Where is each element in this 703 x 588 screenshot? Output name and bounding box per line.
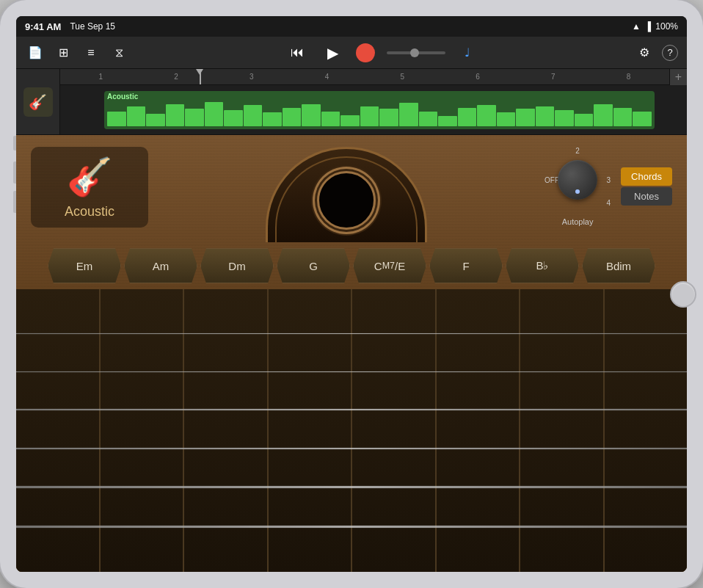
- chord-buttons-row: Em Am Dm G CM7/E F B♭ Bdim: [16, 242, 687, 289]
- mixer-button[interactable]: ⧖: [109, 43, 129, 63]
- waveform-bar: [536, 106, 555, 126]
- status-time: 9:41 AM: [25, 21, 61, 32]
- chord-button-dm[interactable]: Dm: [200, 248, 274, 283]
- new-document-button[interactable]: 📄: [25, 43, 45, 63]
- waveform-bar: [477, 105, 496, 126]
- chord-button-g[interactable]: G: [277, 248, 350, 283]
- instrument-name: Acoustic: [65, 204, 114, 219]
- clip-title: Acoustic: [107, 92, 652, 101]
- ipad-frame: 9:41 AM Tue Sep 15 ▲ ▐ 100% 📄 ⊞ ≡: [0, 0, 703, 588]
- ruler-mark-3: 3: [214, 73, 290, 81]
- ruler-mark-4: 4: [289, 73, 365, 81]
- toolbar-left: 📄 ⊞ ≡ ⧖: [25, 43, 129, 63]
- dial-label-4: 4: [607, 199, 611, 207]
- help-button[interactable]: ?: [662, 45, 678, 61]
- chord-button-f[interactable]: F: [429, 248, 503, 283]
- string-4[interactable]: [16, 448, 687, 449]
- waveform-bar: [107, 112, 126, 126]
- waveform-bar: [575, 114, 594, 126]
- status-right: ▲ ▐ 100%: [632, 21, 678, 32]
- string-3[interactable]: [16, 409, 687, 410]
- settings-button[interactable]: ⚙: [634, 43, 655, 63]
- mixer-icon: ⧖: [115, 46, 123, 59]
- guitar-panel-top: 🎸 Acoustic: [16, 135, 687, 242]
- transport-slider[interactable]: [387, 51, 445, 54]
- toolbar: 📄 ⊞ ≡ ⧖ ⏮ ▶: [16, 37, 687, 69]
- chord-button-em[interactable]: Em: [48, 248, 121, 283]
- waveform-bar: [379, 109, 398, 126]
- instrument-area: 🎸 Acoustic: [16, 135, 687, 572]
- instrument-icon: 🎸: [67, 156, 112, 198]
- waveform-bar: [497, 112, 516, 126]
- status-bar: 9:41 AM Tue Sep 15 ▲ ▐ 100%: [16, 16, 687, 37]
- waveform-bar: [321, 112, 340, 126]
- autoplay-knob[interactable]: [558, 160, 597, 200]
- playhead-triangle: [196, 69, 203, 75]
- chord-button-bdim[interactable]: Bdim: [582, 248, 655, 283]
- status-date: Tue Sep 15: [70, 21, 115, 32]
- guitar-icon: 🎸: [29, 93, 47, 111]
- waveform-bar: [283, 108, 302, 126]
- rewind-button[interactable]: ⏮: [285, 41, 309, 65]
- dial-label-off: OFF: [544, 176, 559, 184]
- audio-clip[interactable]: Acoustic: [104, 91, 655, 129]
- notes-button[interactable]: Notes: [621, 187, 672, 206]
- knob-indicator: [575, 189, 580, 194]
- ruler-mark-5: 5: [365, 73, 440, 81]
- chord-button-bb[interactable]: B♭: [506, 248, 579, 283]
- string-2[interactable]: [16, 371, 687, 372]
- track-clips-row: Acoustic: [60, 85, 669, 134]
- ruler-playhead: [200, 69, 201, 84]
- view-options-button[interactable]: ⊞: [53, 43, 73, 63]
- ruler-mark-6: 6: [440, 73, 516, 81]
- help-icon: ?: [667, 47, 672, 58]
- add-track-button[interactable]: +: [669, 69, 687, 85]
- waveform-bar: [244, 105, 263, 126]
- clip-waveform: [107, 101, 652, 128]
- controls-section: 2 3 4 OFF Autoplay: [544, 147, 672, 226]
- dial-label-3: 3: [607, 176, 611, 184]
- record-button[interactable]: [356, 43, 375, 62]
- soundhole-wrapper: [266, 147, 427, 242]
- guitar-body: [266, 147, 427, 242]
- chord-button-am[interactable]: Am: [124, 248, 197, 283]
- string-1[interactable]: [16, 333, 687, 334]
- list-view-button[interactable]: ≡: [81, 43, 101, 63]
- instrument-selector[interactable]: 🎸 Acoustic: [31, 147, 148, 228]
- waveform-bar: [205, 102, 224, 126]
- timeline-ruler: 1 2 3 4 5 6 7 8: [60, 69, 669, 85]
- chord-button-cm7e[interactable]: CM7/E: [353, 248, 426, 283]
- track-icon[interactable]: 🎸: [23, 87, 53, 117]
- waveform-bar: [360, 106, 379, 126]
- metronome-button[interactable]: ♩: [457, 43, 478, 63]
- waveform-bar: [613, 108, 633, 126]
- autoplay-dial[interactable]: 2 3 4 OFF: [544, 147, 611, 213]
- waveform-bar: [458, 108, 477, 126]
- autoplay-label: Autoplay: [562, 217, 594, 226]
- rewind-icon: ⏮: [291, 45, 304, 60]
- toolbar-center: ⏮ ▶ ♩: [138, 41, 625, 65]
- waveform-bar: [263, 112, 282, 126]
- track-area: 🎸 1 2 3 4 5 6 7 8: [16, 69, 687, 135]
- ruler-mark-1: 1: [63, 73, 139, 81]
- battery-icon: ▐: [645, 21, 652, 32]
- waveform-bar: [224, 110, 243, 126]
- waveform-bar: [633, 112, 652, 126]
- metronome-icon: ♩: [465, 46, 470, 59]
- string-5[interactable]: [16, 486, 687, 488]
- ruler-mark-7: 7: [516, 73, 591, 81]
- view-icon: ⊞: [59, 46, 68, 59]
- play-icon: ▶: [327, 44, 338, 62]
- play-button[interactable]: ▶: [321, 41, 344, 65]
- string-6[interactable]: [16, 526, 687, 528]
- waveform-bar: [438, 116, 457, 126]
- fretboard[interactable]: [16, 289, 687, 572]
- transport-slider-container[interactable]: [387, 51, 445, 54]
- ruler-marks: 1 2 3 4 5 6 7 8: [60, 73, 669, 81]
- waveform-bar: [185, 109, 204, 126]
- screen: 9:41 AM Tue Sep 15 ▲ ▐ 100% 📄 ⊞ ≡: [16, 16, 687, 572]
- waveform-bar: [302, 104, 321, 126]
- chords-button[interactable]: Chords: [621, 167, 672, 186]
- waveform-bar: [399, 103, 418, 126]
- waveform-bar: [146, 114, 165, 126]
